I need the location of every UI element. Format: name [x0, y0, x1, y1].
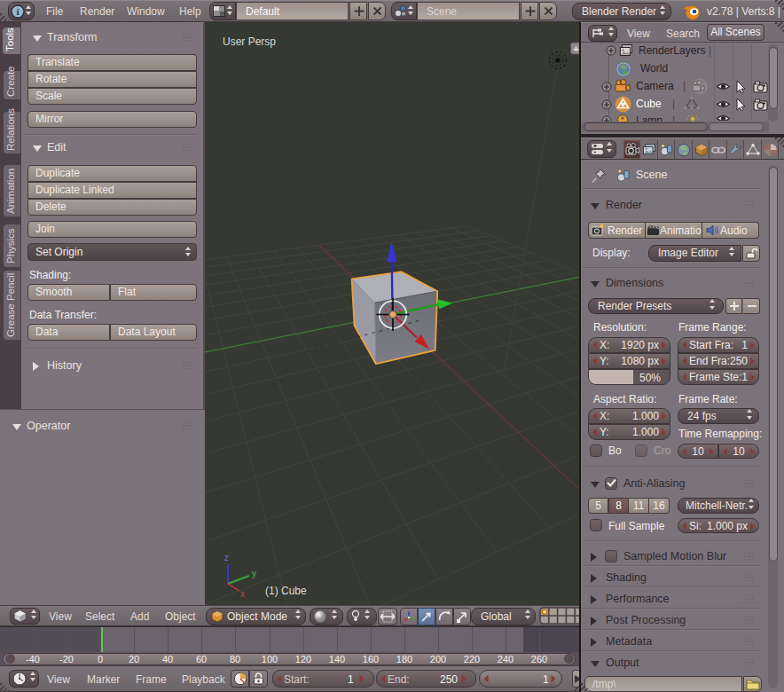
svg-text:+: + — [573, 43, 578, 54]
svg-text:y: y — [252, 569, 256, 578]
svg-text:x: x — [240, 589, 245, 599]
svg-text:User Persp: User Persp — [223, 35, 276, 48]
svg-text:z: z — [224, 553, 229, 562]
svg-text:i: i — [16, 6, 19, 17]
svg-text:(1) Cube: (1) Cube — [265, 585, 307, 597]
